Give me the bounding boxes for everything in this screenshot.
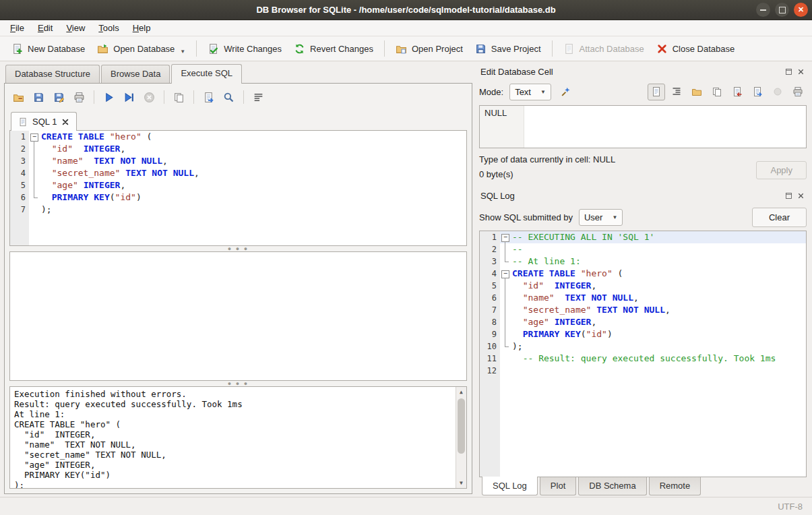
tab-plot[interactable]: Plot: [540, 477, 576, 495]
tab-execute-sql[interactable]: Execute SQL: [171, 64, 242, 84]
cell-info-row: Type of data currently in cell: NULL 0 b…: [479, 154, 807, 179]
copy-results-button[interactable]: [170, 88, 188, 106]
copy-results-icon: [173, 92, 185, 103]
fold-marker: [29, 167, 39, 179]
fold-marker: [500, 243, 510, 255]
sql-editor-tab[interactable]: SQL 1: [11, 112, 77, 131]
fold-marker: [500, 353, 510, 365]
scroll-up-icon[interactable]: ▲: [456, 387, 466, 397]
fold-marker: [500, 316, 510, 328]
execution-log-scrollbar[interactable]: ▲ ▼: [456, 387, 466, 488]
menu-file[interactable]: File: [4, 22, 30, 34]
sql-log-viewer[interactable]: 1-- EXECUTING ALL IN 'SQL 1'2--3-- At li…: [479, 231, 807, 477]
export-data-button[interactable]: [749, 84, 766, 100]
results-splitter[interactable]: ● ● ●: [9, 381, 467, 386]
toolbar-button-label: Close Database: [673, 44, 735, 54]
open-project-icon: [396, 43, 407, 55]
statusbar: UTF-8: [0, 497, 812, 515]
submitted-by-value: User: [584, 212, 602, 222]
tab-close-icon[interactable]: [61, 118, 69, 126]
edit-cell-title: Edit Database Cell: [480, 67, 784, 77]
save-sql-as-button[interactable]: [50, 88, 68, 106]
tab-db-schema[interactable]: DB Schema: [578, 477, 646, 495]
dock-close-icon[interactable]: [797, 191, 805, 200]
scrollbar-thumb[interactable]: [458, 398, 465, 454]
save-sql-file-button[interactable]: [30, 88, 48, 106]
close-database-button[interactable]: Close Database: [650, 39, 741, 59]
execute-all-button[interactable]: [100, 88, 118, 106]
window-title: DB Browser for SQLite - /home/user/code/…: [0, 5, 812, 15]
open-project-button[interactable]: Open Project: [389, 39, 469, 59]
open-file-button[interactable]: [688, 84, 706, 100]
code-line: 9 PRIMARY KEY("id"): [480, 328, 806, 340]
editor-splitter[interactable]: ● ● ●: [9, 246, 467, 251]
results-grid[interactable]: [9, 251, 467, 381]
float-icon[interactable]: [784, 67, 793, 76]
line-number: 3: [10, 155, 29, 167]
tab-remote[interactable]: Remote: [649, 477, 701, 495]
execute-sql-panel: SQL 1 1CREATE TABLE "hero" (2 "id" INTEG…: [4, 83, 472, 494]
print-button[interactable]: [70, 88, 88, 106]
menu-edit[interactable]: Edit: [32, 22, 59, 34]
indent-button[interactable]: [668, 84, 685, 100]
open-sql-file-button[interactable]: [9, 88, 28, 106]
word-wrap-button[interactable]: [249, 88, 268, 106]
line-number: 1: [10, 131, 29, 143]
clear-button[interactable]: Clear: [752, 208, 807, 227]
line-number: 2: [10, 143, 29, 155]
write-changes-button[interactable]: Write Changes: [201, 39, 288, 59]
close-database-icon: [656, 43, 668, 55]
cell-editor[interactable]: NULL: [479, 105, 807, 148]
auto-detect-button[interactable]: [557, 84, 575, 100]
code-line: 4CREATE TABLE "hero" (: [480, 268, 806, 280]
print-cell-button[interactable]: [789, 84, 807, 100]
titlebar[interactable]: DB Browser for SQLite - /home/user/code/…: [0, 0, 812, 20]
fold-marker: [29, 204, 39, 216]
export-data-icon: [752, 86, 763, 97]
code-line: 4 "secret_name" TEXT NOT NULL,: [10, 167, 466, 179]
code-line: 2 "id" INTEGER,: [10, 143, 466, 155]
scroll-down-icon[interactable]: ▼: [456, 478, 466, 488]
fold-marker: [29, 131, 39, 143]
line-number: 4: [480, 268, 500, 280]
menu-help[interactable]: Help: [127, 22, 157, 34]
sql-log-header: SQL Log: [479, 187, 807, 204]
export-results-icon: [203, 92, 214, 103]
maximize-icon[interactable]: [775, 3, 789, 17]
line-number: 5: [10, 179, 29, 191]
line-number: 9: [480, 328, 500, 340]
mode-combobox[interactable]: Text ▼: [509, 84, 551, 100]
save-sql-file-icon: [33, 92, 44, 103]
apply-button: Apply: [756, 161, 807, 179]
execution-log[interactable]: Execution finished without errors. Resul…: [9, 386, 467, 489]
find-replace-button[interactable]: [220, 88, 238, 106]
import-data-button[interactable]: [728, 84, 746, 100]
open-database-button[interactable]: Open Database▼: [91, 39, 191, 59]
mode-value: Text: [515, 87, 531, 97]
revert-changes-button[interactable]: Revert Changes: [288, 39, 379, 59]
dock-close-icon[interactable]: [797, 67, 805, 76]
tab-database-structure[interactable]: Database Structure: [5, 65, 100, 83]
fold-marker: [500, 304, 510, 316]
sql-editor[interactable]: 1CREATE TABLE "hero" (2 "id" INTEGER,3 "…: [9, 130, 467, 246]
submitted-by-combobox[interactable]: User ▼: [579, 209, 623, 226]
document-view-button[interactable]: [648, 84, 665, 100]
line-number: 12: [480, 365, 500, 377]
menu-tools[interactable]: Tools: [92, 22, 125, 34]
float-icon[interactable]: [784, 191, 793, 200]
chevron-down-icon[interactable]: ▼: [180, 49, 185, 55]
new-database-button[interactable]: New Database: [5, 39, 91, 59]
save-project-button[interactable]: Save Project: [469, 39, 547, 59]
copy-button[interactable]: [708, 84, 726, 100]
close-icon[interactable]: [794, 3, 808, 17]
execute-line-button[interactable]: [120, 88, 138, 106]
cell-value: NULL: [480, 106, 524, 148]
minimize-icon[interactable]: [756, 3, 770, 17]
export-results-button[interactable]: [199, 88, 218, 106]
tab-browse-data[interactable]: Browse Data: [101, 65, 170, 83]
tab-sql-log[interactable]: SQL Log: [482, 477, 538, 495]
menu-view[interactable]: View: [60, 22, 91, 34]
line-number: 11: [480, 353, 500, 365]
code-line: 8 "age" INTEGER,: [480, 316, 806, 328]
edit-cell-header: Edit Database Cell: [479, 63, 807, 80]
